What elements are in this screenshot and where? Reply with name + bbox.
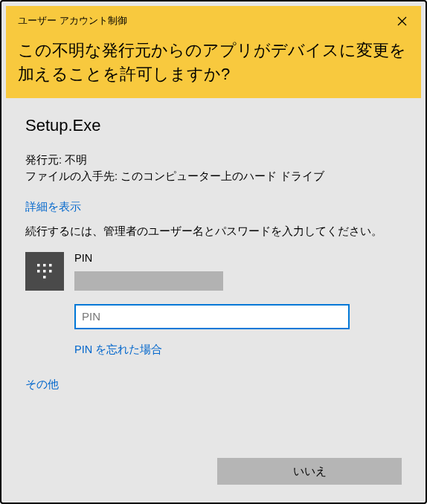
credential-block: PIN PIN を忘れた場合 — [25, 252, 402, 357]
credential-fields: PIN PIN を忘れた場合 — [74, 252, 402, 357]
origin-value: このコンピューター上のハード ドライブ — [121, 170, 324, 182]
uac-dialog: ユーザー アカウント制御 この不明な発行元からのアプリがデバイスに変更を加えるこ… — [0, 0, 427, 504]
svg-rect-3 — [43, 264, 46, 267]
publisher-line: 発行元: 不明 — [25, 152, 402, 168]
dialog-body: Setup.Exe 発行元: 不明 ファイルの入手先: このコンピューター上のハ… — [6, 98, 421, 498]
svg-rect-5 — [37, 270, 40, 273]
dialog-footer: いいえ — [25, 458, 402, 485]
close-icon — [397, 16, 407, 26]
svg-rect-6 — [43, 270, 46, 273]
username-redacted — [74, 271, 223, 291]
publisher-label: 発行元: — [25, 154, 62, 166]
show-details-link[interactable]: 詳細を表示 — [25, 200, 402, 214]
dialog-heading: この不明な発行元からのアプリがデバイスに変更を加えることを許可しますか? — [18, 39, 412, 86]
no-button[interactable]: いいえ — [217, 458, 402, 485]
origin-label: ファイルの入手先: — [25, 170, 118, 182]
svg-rect-4 — [49, 264, 52, 267]
other-options-link[interactable]: その他 — [25, 378, 402, 392]
svg-rect-7 — [49, 270, 52, 273]
origin-line: ファイルの入手先: このコンピューター上のハード ドライブ — [25, 168, 402, 184]
dialog-inner: ユーザー アカウント制御 この不明な発行元からのアプリがデバイスに変更を加えるこ… — [6, 6, 421, 498]
close-button[interactable] — [391, 10, 412, 31]
publisher-value: 不明 — [65, 154, 87, 166]
dialog-header: ユーザー アカウント制御 この不明な発行元からのアプリがデバイスに変更を加えるこ… — [6, 6, 421, 98]
svg-rect-8 — [43, 276, 46, 279]
instruction-text: 続行するには、管理者のユーザー名とパスワードを入力してください。 — [25, 224, 402, 239]
pin-label: PIN — [74, 252, 402, 264]
pin-input[interactable] — [74, 304, 350, 329]
dialog-title: ユーザー アカウント制御 — [18, 14, 127, 28]
title-row: ユーザー アカウント制御 — [18, 10, 412, 31]
app-name: Setup.Exe — [25, 116, 402, 135]
keypad-icon — [25, 252, 64, 291]
forgot-pin-link[interactable]: PIN を忘れた場合 — [74, 343, 402, 357]
svg-rect-2 — [37, 264, 40, 267]
